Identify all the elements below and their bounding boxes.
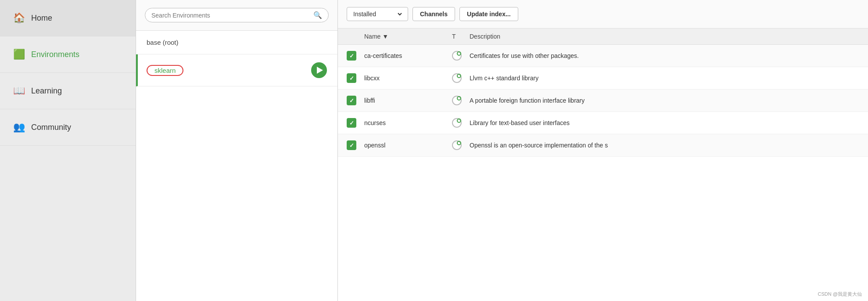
pkg-name: libcxx — [364, 75, 452, 82]
header-type: T — [452, 33, 470, 40]
filter-select-wrapper: Installed All Not Installed Upgradable — [347, 7, 408, 21]
pkg-description: Openssl is an open-source implementation… — [470, 142, 859, 149]
watermark: CSDN @我是黄大仙 — [818, 291, 862, 297]
run-environment-button[interactable] — [311, 62, 327, 78]
sidebar: 🏠 Home 🟩 Environments 📖 Learning 👥 Commu… — [0, 0, 136, 301]
environments-icon: 🟩 — [13, 49, 25, 60]
pkg-description: Llvm c++ standard library — [470, 75, 859, 82]
filter-select[interactable]: Installed All Not Installed Upgradable — [352, 10, 403, 18]
package-table-header: Name ▼ T Description — [338, 29, 868, 45]
main-area: 🔍 base (root) sklearn Installed All Not … — [136, 0, 868, 301]
pkg-name: openssl — [364, 142, 452, 149]
checked-icon[interactable]: ✓ — [347, 73, 356, 83]
pkg-description: Library for text-based user interfaces — [470, 119, 859, 126]
package-toolbar: Installed All Not Installed Upgradable C… — [338, 0, 868, 29]
search-bar: 🔍 — [136, 0, 337, 31]
pkg-name: ca-certificates — [364, 52, 452, 59]
search-input[interactable] — [151, 12, 310, 19]
update-index-button[interactable]: Update index... — [459, 7, 518, 21]
pkg-description: Certificates for use with other packages… — [470, 52, 859, 59]
env-base-root-label: base (root) — [147, 39, 179, 46]
table-row: ✓ libffi A portable foreign function int… — [338, 90, 868, 112]
type-icon — [452, 51, 462, 61]
checked-icon[interactable]: ✓ — [347, 118, 356, 128]
checked-icon[interactable]: ✓ — [347, 96, 356, 105]
checked-icon[interactable]: ✓ — [347, 51, 356, 61]
env-sklearn[interactable]: sklearn — [136, 54, 337, 86]
sidebar-item-environments[interactable]: 🟩 Environments — [0, 36, 136, 73]
header-name[interactable]: Name ▼ — [364, 33, 452, 40]
header-name-label: Name — [364, 33, 380, 40]
header-description: Description — [470, 33, 859, 40]
environment-list: base (root) sklearn — [136, 31, 337, 301]
table-row: ✓ openssl Openssl is an open-source impl… — [338, 134, 868, 157]
home-icon: 🏠 — [13, 12, 25, 24]
learning-icon: 📖 — [13, 85, 25, 97]
package-list: ✓ ca-certificates Certificates for use w… — [338, 45, 868, 301]
pkg-name: libffi — [364, 97, 452, 104]
sidebar-item-community-label: Community — [31, 123, 71, 132]
env-base-root[interactable]: base (root) — [136, 31, 337, 54]
table-row: ✓ libcxx Llvm c++ standard library — [338, 67, 868, 90]
sidebar-item-environments-label: Environments — [31, 50, 79, 59]
channels-button[interactable]: Channels — [412, 7, 455, 21]
search-icon: 🔍 — [313, 11, 322, 19]
sidebar-item-home-label: Home — [31, 14, 52, 23]
type-icon — [452, 96, 462, 105]
type-icon — [452, 140, 462, 150]
sidebar-item-learning-label: Learning — [31, 86, 62, 96]
package-panel: Installed All Not Installed Upgradable C… — [338, 0, 868, 301]
checked-icon[interactable]: ✓ — [347, 140, 356, 150]
sidebar-item-home[interactable]: 🏠 Home — [0, 0, 136, 36]
type-icon — [452, 73, 462, 83]
env-sklearn-label: sklearn — [147, 65, 183, 76]
pkg-description: A portable foreign function interface li… — [470, 97, 859, 104]
type-icon — [452, 118, 462, 128]
environment-panel: 🔍 base (root) sklearn — [136, 0, 338, 301]
table-row: ✓ ncurses Library for text-based user in… — [338, 112, 868, 134]
table-row: ✓ ca-certificates Certificates for use w… — [338, 45, 868, 67]
sidebar-item-community[interactable]: 👥 Community — [0, 109, 136, 146]
sidebar-item-learning[interactable]: 📖 Learning — [0, 73, 136, 109]
pkg-name: ncurses — [364, 119, 452, 126]
search-input-wrapper: 🔍 — [145, 8, 329, 22]
header-name-sort-icon: ▼ — [382, 33, 388, 40]
community-icon: 👥 — [13, 122, 25, 133]
